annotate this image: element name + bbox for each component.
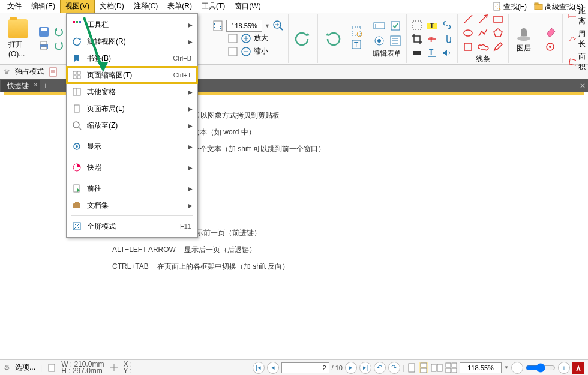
open-button[interactable]: 打开(O)...	[6, 17, 30, 61]
highlight-text-icon[interactable]: T	[425, 19, 439, 31]
pencil-icon[interactable]	[491, 41, 505, 53]
menu-item-rotate[interactable]: 旋转视图(R)▶	[67, 33, 197, 50]
status-zoom-out-button[interactable]: −	[511, 362, 523, 374]
menu-document[interactable]: 文档(D)	[95, 0, 129, 13]
underline-icon[interactable]: T	[425, 47, 439, 59]
save-icon[interactable]	[38, 26, 50, 38]
status-zoom-in-button[interactable]: +	[558, 362, 570, 374]
loupe-icon[interactable]: T	[351, 39, 364, 52]
sound-icon[interactable]	[440, 47, 454, 59]
crop-icon[interactable]	[410, 33, 424, 45]
menu-item-portfolio[interactable]: 文档集▶	[67, 197, 197, 214]
thumbs-icon	[71, 70, 82, 80]
arrow-icon[interactable]	[476, 13, 490, 25]
rect-icon[interactable]	[491, 13, 505, 25]
strikethrough-icon[interactable]: T	[425, 33, 439, 45]
form-list-icon[interactable]	[388, 34, 403, 47]
menubar: 文件 编辑(E) 视图(V) 文档(D) 注释(C) 表单(R) 工具(T) 窗…	[0, 0, 588, 13]
area-button[interactable]: 面积	[566, 50, 588, 73]
menu-item-layout[interactable]: 页面布局(L)▶	[67, 100, 197, 117]
facing-icon[interactable]	[431, 362, 443, 373]
select-box-icon[interactable]	[410, 19, 424, 31]
stamp-icon[interactable]	[515, 24, 533, 42]
single-page-icon[interactable]	[407, 362, 416, 373]
menu-edit[interactable]: 编辑(E)	[26, 0, 60, 13]
facing-continuous-icon[interactable]	[445, 362, 457, 373]
svg-rect-72	[75, 202, 79, 204]
svg-rect-79	[421, 363, 427, 367]
menu-item-toolbar[interactable]: 工具栏▶	[67, 16, 197, 33]
submenu-arrow-icon: ▶	[188, 122, 193, 129]
menu-item-goto[interactable]: 前往▶	[67, 180, 197, 197]
distance-button[interactable]: 距离	[566, 5, 588, 28]
page-input[interactable]	[281, 362, 329, 373]
print-icon[interactable]	[38, 40, 50, 52]
first-page-button[interactable]: |◂	[253, 362, 265, 374]
polyline-icon[interactable]	[476, 27, 490, 39]
menu-item-snapshot[interactable]: 快照▶	[67, 159, 197, 176]
options-button[interactable]: 选项...	[15, 362, 35, 373]
gear-button[interactable]	[543, 40, 559, 53]
polygon-icon[interactable]	[491, 27, 505, 39]
zoom-in-big-icon[interactable]	[272, 20, 284, 32]
exclusive-mode-button[interactable]: 独占模式	[15, 67, 44, 77]
actual-size-icon[interactable]	[227, 33, 238, 44]
line-icon[interactable]	[461, 13, 475, 25]
status-zoom-input[interactable]	[460, 362, 502, 373]
nav-fwd-button[interactable]: ↷	[388, 362, 400, 374]
fit-page-icon[interactable]	[212, 20, 224, 32]
attach-icon[interactable]	[440, 33, 454, 45]
zoom-slider[interactable]	[526, 363, 556, 373]
gear-icon[interactable]: ⚙	[4, 364, 10, 372]
oval-icon[interactable]	[461, 27, 475, 39]
form-text-icon[interactable]	[372, 19, 386, 32]
last-page-button[interactable]: ▸|	[359, 362, 371, 374]
menu-window[interactable]: 窗口(W)	[230, 0, 265, 13]
form-radio-icon[interactable]	[372, 34, 386, 47]
zoom-dropdown-icon[interactable]: ▼	[265, 23, 270, 29]
menu-item-fullscreen[interactable]: 全屏模式F11	[67, 218, 197, 235]
zoom-in-icon[interactable]	[241, 33, 251, 44]
statusbar: ⚙ 选项... | W : 210.0mmH : 297.0mm X :Y : …	[0, 359, 588, 375]
undo-icon[interactable]	[53, 26, 65, 38]
svg-rect-59	[77, 71, 80, 74]
square-icon[interactable]	[461, 41, 475, 53]
zoom-input[interactable]	[226, 20, 262, 32]
continuous-icon[interactable]	[419, 362, 428, 373]
zoom-out-icon[interactable]	[241, 46, 251, 57]
cloud-icon[interactable]	[476, 41, 490, 53]
eraser-button[interactable]	[543, 25, 559, 38]
menu-forms[interactable]: 表单(R)	[163, 0, 197, 13]
rotate-ccw-icon[interactable]	[295, 31, 311, 47]
prev-page-button[interactable]: ◂	[267, 362, 279, 374]
menu-item-show[interactable]: 显示▶	[67, 138, 197, 155]
rotate-cw-icon[interactable]	[324, 31, 341, 47]
adobe-icon[interactable]	[572, 362, 584, 374]
link-icon[interactable]	[440, 19, 454, 31]
menu-item-panes[interactable]: 其他窗格▶	[67, 83, 197, 100]
perimeter-label: 周长	[578, 29, 588, 49]
marquee-zoom-icon[interactable]	[351, 26, 364, 39]
menu-tools[interactable]: 工具(T)	[197, 0, 230, 13]
menu-item-thumbs[interactable]: 页面缩略图(T)Ctrl+T	[67, 67, 197, 83]
perimeter-button[interactable]: 周长	[566, 28, 588, 50]
fit-width-icon[interactable]	[227, 46, 238, 57]
menu-file[interactable]: 文件	[2, 0, 26, 13]
menu-item-bookmark[interactable]: 书签(B)Ctrl+B	[67, 50, 197, 67]
redact-icon[interactable]	[410, 47, 424, 59]
tab-shortcuts[interactable]: 快捷键 ×	[1, 80, 40, 92]
tab-close-icon[interactable]: ×	[34, 82, 37, 88]
form-check-icon[interactable]	[388, 19, 403, 32]
redo-icon[interactable]	[53, 40, 65, 52]
find-button[interactable]: 查找(F)	[490, 2, 529, 12]
search-doc-icon	[493, 2, 502, 11]
status-zoom-dropdown-icon[interactable]: ▼	[504, 365, 509, 370]
menu-item-zoomto[interactable]: 缩放至(Z)▶	[67, 117, 197, 134]
menu-comments[interactable]: 注释(C)	[129, 0, 163, 13]
nav-back-button[interactable]: ↶	[374, 362, 386, 374]
next-page-button[interactable]: ▸	[345, 362, 357, 374]
tab-add-button[interactable]: +	[40, 81, 52, 91]
menu-view[interactable]: 视图(V)	[60, 0, 95, 13]
tabbar-close-icon[interactable]: ✕	[580, 82, 586, 90]
doc-options-icon[interactable]	[49, 67, 58, 77]
